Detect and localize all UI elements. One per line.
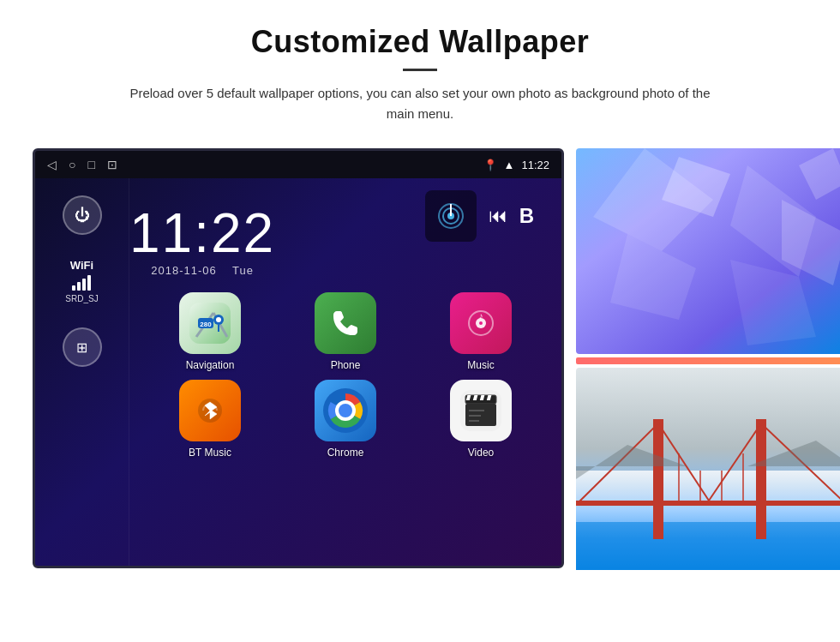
app-item-navigation[interactable]: 280 Navigation	[147, 292, 273, 371]
recents-icon[interactable]: □	[87, 158, 94, 171]
btmusic-label: BT Music	[189, 447, 231, 459]
video-icon-svg	[460, 390, 501, 431]
wallpaper-panels	[576, 148, 840, 573]
wifi-bar-3	[82, 279, 86, 291]
clock-date-value: 2018-11-06	[151, 264, 217, 277]
chrome-icon-svg	[323, 388, 368, 433]
wallpaper-bridge-svg	[576, 368, 840, 570]
app-item-music[interactable]: ♪ Music	[417, 292, 544, 371]
wifi-bar-4	[87, 275, 91, 291]
svg-rect-42	[653, 419, 663, 539]
svg-rect-43	[756, 419, 766, 539]
apps-icon: ⊞	[76, 339, 87, 356]
app-item-phone[interactable]: Phone	[282, 292, 409, 371]
wifi-bar-1	[72, 285, 75, 291]
header-section: Customized Wallpaper Preload over 5 defa…	[0, 0, 840, 140]
bluetooth-letter: B	[519, 204, 534, 227]
wifi-label: WiFi	[70, 259, 93, 272]
wallpaper-panel-ice[interactable]	[576, 148, 840, 354]
phone-label: Phone	[331, 359, 361, 371]
svg-point-11	[216, 317, 221, 322]
device-main: ⏻ WiFi SRD_SJ ⊞	[35, 178, 561, 568]
music-label: Music	[467, 359, 494, 371]
home-icon[interactable]: ○	[69, 158, 75, 171]
chrome-icon	[315, 380, 376, 441]
svg-rect-48	[576, 501, 840, 506]
wifi-ssid: SRD_SJ	[65, 294, 98, 303]
android-device: ◁ ○ □ ⊡ 📍 ▲ 11:22 ⏻	[33, 148, 564, 568]
btmusic-icon	[179, 380, 241, 441]
video-icon	[450, 380, 512, 441]
apps-button[interactable]: ⊞	[63, 327, 102, 367]
wallpaper-panel-bridge[interactable]	[576, 368, 840, 573]
svg-point-19	[339, 404, 352, 417]
app-item-chrome[interactable]: Chrome	[282, 380, 409, 459]
app-item-btmusic[interactable]: BT Music	[147, 380, 273, 459]
title-divider	[403, 69, 437, 71]
page-title: Customized Wallpaper	[51, 24, 789, 60]
screenshot-icon[interactable]: ⊡	[107, 158, 117, 171]
clock-date: 2018-11-06 Tue	[151, 264, 254, 277]
location-icon: 📍	[483, 159, 497, 171]
svg-text:280: 280	[200, 321, 212, 328]
clock-day: Tue	[232, 264, 254, 277]
clock-time: 11:22	[129, 206, 275, 261]
clock-area: 11:22 2018-11-06 Tue	[129, 190, 275, 285]
device-sidebar: ⏻ WiFi SRD_SJ ⊞	[35, 178, 129, 568]
navigation-label: Navigation	[186, 359, 235, 371]
bluetooth-indicator: B	[519, 204, 534, 228]
signal-icon: ▲	[504, 159, 515, 171]
top-row-icons: ⏮ B	[408, 190, 551, 249]
wifi-info: WiFi SRD_SJ	[65, 259, 98, 303]
status-right: 📍 ▲ 11:22	[483, 159, 549, 171]
video-label: Video	[468, 447, 494, 459]
music-icon-svg: ♪	[465, 308, 496, 339]
prev-track-icon[interactable]: ⏮	[489, 205, 507, 227]
wifi-bar-2	[77, 282, 81, 291]
app-grid: 280 Navigation	[129, 285, 561, 465]
status-time: 11:22	[521, 159, 549, 171]
svg-text:♪: ♪	[479, 311, 483, 321]
music-icon: ♪	[450, 292, 512, 354]
wifi-bars	[72, 275, 91, 291]
back-icon[interactable]: ◁	[47, 158, 57, 171]
navigation-icon: 280	[179, 292, 241, 354]
phone-icon	[315, 292, 376, 354]
svg-point-14	[479, 321, 483, 325]
svg-rect-41	[576, 522, 840, 570]
wallpaper-mid-bar	[576, 357, 840, 364]
antenna-icon	[435, 201, 466, 231]
wallpaper-ice-svg	[576, 148, 840, 354]
chrome-label: Chrome	[327, 447, 364, 459]
app-item-video[interactable]: Video	[417, 380, 544, 459]
phone-icon-svg	[330, 308, 361, 339]
media-controls: ⏮	[489, 205, 507, 227]
btmusic-icon-svg	[195, 395, 225, 426]
content-area: ◁ ○ □ ⊡ 📍 ▲ 11:22 ⏻	[0, 140, 840, 642]
navigation-icon-svg: 280	[189, 303, 231, 344]
nav-icons: ◁ ○ □ ⊡	[47, 158, 117, 171]
device-center: 11:22 2018-11-06 Tue	[129, 178, 561, 568]
power-button[interactable]: ⏻	[63, 195, 102, 235]
status-bar: ◁ ○ □ ⊡ 📍 ▲ 11:22	[35, 151, 561, 178]
power-icon: ⏻	[75, 207, 90, 225]
page-container: Customized Wallpaper Preload over 5 defa…	[0, 0, 840, 642]
antenna-icon-box[interactable]	[425, 190, 477, 242]
subtitle: Preload over 5 default wallpaper options…	[120, 83, 720, 124]
